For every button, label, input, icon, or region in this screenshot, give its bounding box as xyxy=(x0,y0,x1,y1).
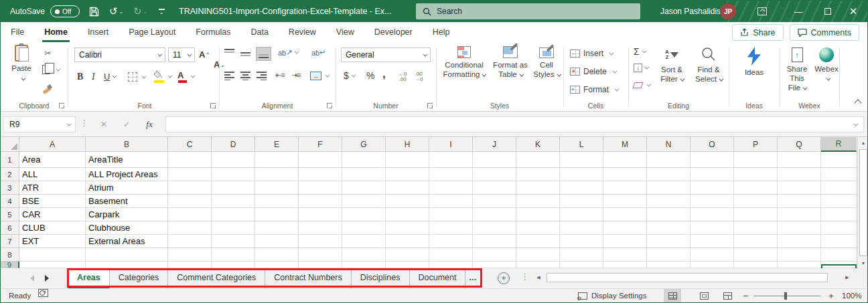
cell-G4[interactable] xyxy=(342,195,386,208)
cell-I2[interactable] xyxy=(429,168,473,181)
sort-filter-button[interactable]: AZ Sort &Filter xyxy=(654,45,690,84)
maximize-button[interactable] xyxy=(818,1,838,22)
row-header-9[interactable]: 9 xyxy=(1,262,19,268)
column-header-D[interactable]: D xyxy=(212,137,255,152)
zoom-level[interactable]: 100% xyxy=(842,289,861,302)
cell-I3[interactable] xyxy=(429,181,473,195)
cell-P1[interactable] xyxy=(734,152,778,168)
cell-Q6[interactable] xyxy=(778,221,821,235)
cell-A6[interactable]: CLUB xyxy=(19,221,86,235)
cell-A8[interactable] xyxy=(19,248,86,262)
sheet-tab-document[interactable]: Document xyxy=(410,268,466,288)
cell-L3[interactable] xyxy=(560,181,603,195)
cell-M7[interactable] xyxy=(603,235,647,248)
cell-P9[interactable] xyxy=(734,262,778,268)
underline-button[interactable]: U xyxy=(104,72,115,82)
cell-P4[interactable] xyxy=(734,195,778,208)
select-all-corner[interactable] xyxy=(1,137,19,152)
cell-C6[interactable] xyxy=(168,221,212,235)
number-format-select[interactable]: General xyxy=(341,47,431,62)
cell-O5[interactable] xyxy=(691,208,734,221)
cell-M5[interactable] xyxy=(603,208,647,221)
cell-M1[interactable] xyxy=(603,152,647,168)
cell-O4[interactable] xyxy=(691,195,734,208)
cell-M9[interactable] xyxy=(603,262,647,268)
sheet-tab-categories[interactable]: Categories xyxy=(110,268,168,288)
cell-R1[interactable] xyxy=(821,152,857,168)
cell-O7[interactable] xyxy=(691,235,734,248)
cell-G1[interactable] xyxy=(342,152,386,168)
close-button[interactable]: ✕ xyxy=(843,1,863,22)
cell-L6[interactable] xyxy=(560,221,603,235)
cell-F5[interactable] xyxy=(299,208,342,221)
cell-R6[interactable] xyxy=(821,221,857,235)
zoom-slider-track[interactable] xyxy=(753,296,820,296)
new-sheet-button[interactable]: + xyxy=(498,272,510,284)
borders-button[interactable] xyxy=(128,72,145,82)
cell-K5[interactable] xyxy=(516,208,560,221)
row-header-3[interactable]: 3 xyxy=(1,181,19,195)
cell-O9[interactable] xyxy=(691,262,734,268)
cell-N1[interactable] xyxy=(647,152,691,168)
cell-J9[interactable] xyxy=(473,262,516,268)
column-header-A[interactable]: A xyxy=(19,137,86,152)
cell-B9[interactable] xyxy=(86,262,168,268)
cut-button[interactable]: ✂ xyxy=(42,47,54,59)
cell-J2[interactable] xyxy=(473,168,516,181)
cell-M3[interactable] xyxy=(603,181,647,195)
cell-K4[interactable] xyxy=(516,195,560,208)
cell-O6[interactable] xyxy=(691,221,734,235)
top-align-button[interactable] xyxy=(224,49,234,58)
font-dialog-launcher[interactable] xyxy=(210,103,216,108)
cell-J1[interactable] xyxy=(473,152,516,168)
cell-A4[interactable]: BSE xyxy=(19,195,86,208)
align-center-button[interactable] xyxy=(240,72,250,80)
scroll-left-arrow[interactable]: ◀ xyxy=(533,272,544,283)
column-header-I[interactable]: I xyxy=(429,137,473,152)
sheet-tab-contract-numbers[interactable]: Contract Numbers xyxy=(265,268,351,288)
cell-L7[interactable] xyxy=(560,235,603,248)
tab-file[interactable]: File xyxy=(1,22,34,42)
collapse-ribbon-button[interactable] xyxy=(854,99,861,106)
formula-input[interactable] xyxy=(165,116,864,132)
cell-P6[interactable] xyxy=(734,221,778,235)
cell-K7[interactable] xyxy=(516,235,560,248)
cell-H1[interactable] xyxy=(386,152,429,168)
tab-developer[interactable]: Developer xyxy=(364,22,423,42)
delete-cells-button[interactable]: ✕ Delete xyxy=(570,67,616,76)
cell-N5[interactable] xyxy=(647,208,691,221)
tab-page-layout[interactable]: Page Layout xyxy=(119,22,186,42)
webex-button[interactable]: Webex xyxy=(814,45,839,83)
merge-center-button[interactable]: ↔ xyxy=(310,72,328,80)
row-header-2[interactable]: 2 xyxy=(1,168,19,181)
scroll-up-arrow[interactable]: ▲ xyxy=(858,137,868,148)
cell-H3[interactable] xyxy=(386,181,429,195)
row-header-6[interactable]: 6 xyxy=(1,221,19,235)
column-header-L[interactable]: L xyxy=(560,137,603,152)
normal-view-button[interactable] xyxy=(664,289,681,302)
sheet-tab-disciplines[interactable]: Disciplines xyxy=(352,268,410,288)
cell-G2[interactable] xyxy=(342,168,386,181)
cell-L1[interactable] xyxy=(560,152,603,168)
cell-G6[interactable] xyxy=(342,221,386,235)
zoom-in-button[interactable]: + xyxy=(828,289,834,302)
align-right-button[interactable] xyxy=(257,72,267,80)
cell-Q3[interactable] xyxy=(778,181,821,195)
insert-cells-button[interactable]: ← Insert xyxy=(570,49,612,58)
number-dialog-launcher[interactable] xyxy=(427,103,433,108)
font-size-select[interactable]: 11 xyxy=(168,47,195,62)
scroll-right-arrow[interactable]: ▶ xyxy=(842,272,853,283)
cell-B7[interactable]: External Areas xyxy=(86,235,168,248)
cell-A3[interactable]: ATR xyxy=(19,181,86,195)
cancel-button[interactable]: ✕ xyxy=(94,116,113,132)
cell-D7[interactable] xyxy=(212,235,255,248)
cell-B8[interactable] xyxy=(86,248,168,262)
cell-G9[interactable] xyxy=(342,262,386,268)
avatar[interactable]: JP xyxy=(720,3,736,19)
page-break-view-button[interactable] xyxy=(719,289,736,302)
column-header-H[interactable]: H xyxy=(386,137,429,152)
cell-Q2[interactable] xyxy=(778,168,821,181)
cell-A7[interactable]: EXT xyxy=(19,235,86,248)
cell-F9[interactable] xyxy=(299,262,342,268)
column-header-E[interactable]: E xyxy=(255,137,299,152)
